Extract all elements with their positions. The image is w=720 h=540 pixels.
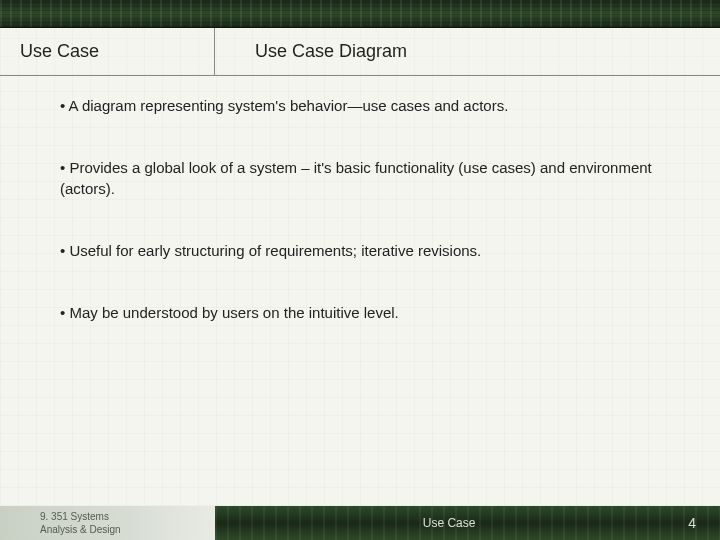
footer: 9. 351 Systems Analysis & Design Use Cas… <box>0 506 720 540</box>
top-decorative-banner <box>0 0 720 28</box>
bullet-item: • Useful for early structuring of requir… <box>60 241 680 261</box>
footer-course-info: 9. 351 Systems Analysis & Design <box>0 506 215 540</box>
footer-center-label: Use Case <box>423 516 476 530</box>
footer-page-number: 4 <box>688 515 696 531</box>
footer-course-line1: 9. 351 Systems <box>40 511 205 524</box>
bullet-item: • Provides a global look of a system – i… <box>60 158 680 199</box>
slide-title: Use Case Diagram <box>215 41 407 62</box>
header-row: Use Case Use Case Diagram <box>0 28 720 76</box>
slide-content: • A diagram representing system's behavi… <box>0 76 720 506</box>
footer-course-line2: Analysis & Design <box>40 524 205 537</box>
footer-bar: Use Case 4 <box>215 506 720 540</box>
bullet-item: • A diagram representing system's behavi… <box>60 96 680 116</box>
bullet-item: • May be understood by users on the intu… <box>60 303 680 323</box>
header-section-label: Use Case <box>0 28 215 75</box>
